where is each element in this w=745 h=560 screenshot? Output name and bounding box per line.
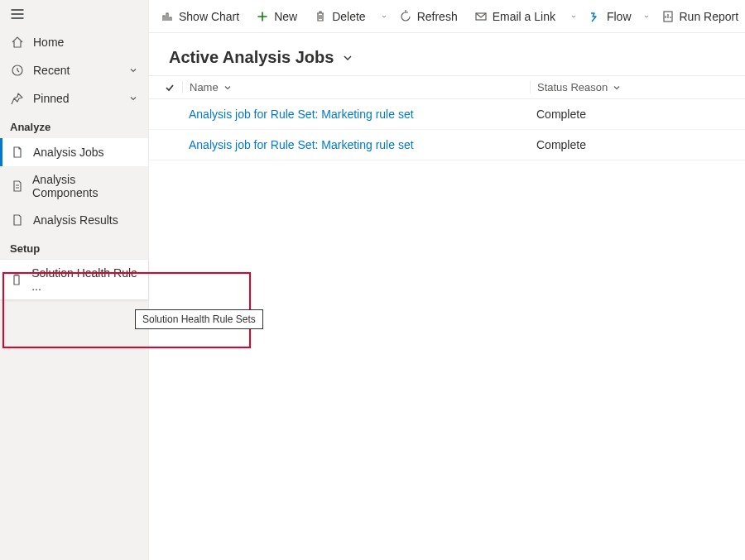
column-status-label: Status Reason: [537, 81, 608, 93]
command-bar: Show Chart New Delete: [149, 0, 745, 33]
refresh-button[interactable]: Refresh: [391, 0, 466, 33]
view-selector-chevron[interactable]: [342, 52, 353, 64]
components-icon: [10, 179, 24, 194]
chart-icon: [161, 10, 174, 23]
column-header-name[interactable]: Name: [182, 81, 530, 93]
section-setup: Setup: [0, 234, 148, 260]
hamburger-button[interactable]: [0, 0, 148, 28]
nav-solution-health-label: Solution Health Rule ...: [31, 266, 138, 293]
run-report-button[interactable]: Run Report: [653, 0, 746, 33]
new-label: New: [274, 10, 297, 23]
chevron-down-icon: [128, 93, 138, 103]
trash-icon: [314, 10, 327, 23]
table-row[interactable]: Analysis job for Rule Set: Marketing rul…: [149, 130, 745, 160]
view-title: Active Analysis Jobs: [169, 48, 334, 67]
email-icon: [474, 10, 488, 23]
refresh-icon: [399, 10, 412, 23]
new-button[interactable]: New: [248, 0, 305, 33]
nav-home-label: Home: [33, 36, 64, 49]
record-link[interactable]: Analysis job for Rule Set: Marketing rul…: [189, 108, 414, 121]
flow-button[interactable]: Flow: [580, 0, 640, 33]
nav-solution-health-rule-sets[interactable]: Solution Health Rule ...: [0, 260, 148, 299]
section-analyze: Analyze: [0, 112, 148, 138]
column-header-status-reason[interactable]: Status Reason: [530, 81, 745, 93]
nav-analysis-components-label: Analysis Components: [32, 173, 138, 199]
sidebar: Home Recent Pinned Analyze Anal: [0, 0, 149, 560]
record-link[interactable]: Analysis job for Rule Set: Marketing rul…: [189, 138, 414, 151]
email-link-label: Email a Link: [493, 10, 555, 23]
table-row[interactable]: Analysis job for Rule Set: Marketing rul…: [149, 99, 745, 130]
nav-pinned[interactable]: Pinned: [0, 84, 148, 112]
nav-pinned-label: Pinned: [33, 92, 70, 105]
nav-home[interactable]: Home: [0, 28, 148, 56]
document-icon: [10, 145, 25, 160]
nav-recent[interactable]: Recent: [0, 56, 148, 84]
plus-icon: [256, 10, 269, 23]
delete-split-button[interactable]: [377, 0, 391, 33]
status-value: Complete: [536, 138, 586, 151]
flow-label: Flow: [607, 10, 632, 23]
nav-analysis-jobs-label: Analysis Jobs: [33, 146, 104, 159]
grid-header: Name Status Reason: [149, 75, 745, 99]
refresh-label: Refresh: [417, 10, 458, 23]
show-chart-button[interactable]: Show Chart: [152, 0, 248, 33]
chevron-down-icon: [223, 84, 232, 92]
main: Show Chart New Delete: [149, 0, 745, 560]
nav-analysis-jobs[interactable]: Analysis Jobs: [0, 138, 148, 166]
select-all-checkbox[interactable]: [157, 82, 182, 93]
nav-analysis-results[interactable]: Analysis Results: [0, 206, 148, 234]
column-name-label: Name: [190, 81, 219, 93]
pin-icon: [10, 91, 25, 106]
results-icon: [10, 213, 25, 227]
chevron-down-icon: [128, 65, 138, 75]
clock-icon: [10, 63, 25, 78]
report-icon: [661, 10, 675, 23]
flow-split-button[interactable]: [640, 0, 653, 33]
clipboard-icon: [10, 272, 23, 287]
chevron-down-icon: [613, 84, 621, 92]
hamburger-icon: [10, 7, 25, 22]
chevron-down-icon: [342, 52, 353, 64]
check-icon: [164, 82, 175, 93]
view-title-row: Active Analysis Jobs: [149, 33, 745, 75]
delete-label: Delete: [332, 10, 365, 23]
delete-button[interactable]: Delete: [305, 0, 373, 33]
email-link-split-button[interactable]: [567, 0, 580, 33]
nav-analysis-results-label: Analysis Results: [33, 213, 118, 227]
nav-recent-label: Recent: [33, 64, 70, 77]
run-report-label: Run Report: [680, 10, 739, 23]
show-chart-label: Show Chart: [179, 10, 239, 23]
flow-icon: [589, 10, 602, 23]
status-value: Complete: [536, 108, 586, 121]
tooltip-solution-health: Solution Health Rule Sets: [135, 309, 263, 329]
home-icon: [10, 35, 25, 50]
nav-analysis-components[interactable]: Analysis Components: [0, 166, 148, 206]
email-link-button[interactable]: Email a Link: [466, 0, 564, 33]
